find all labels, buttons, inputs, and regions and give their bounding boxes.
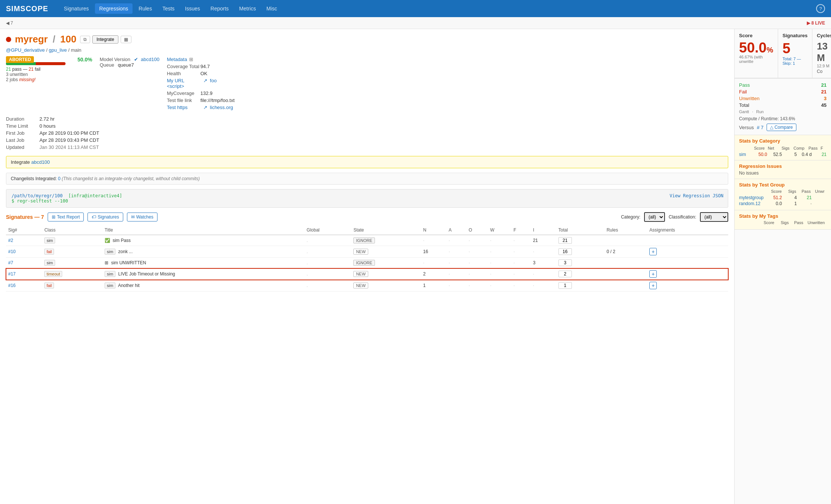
sigs-sub[interactable]: Total: 7 — Skip: 1	[783, 57, 808, 66]
mytags-title: Stats by My Tags	[739, 213, 827, 219]
nav-tests[interactable]: Tests	[158, 3, 179, 14]
sig-n: 1	[421, 280, 446, 291]
status-badge-area: ABORTED 21 pass — 21 fail 3 unwritten 2 …	[6, 57, 66, 82]
view-json-link[interactable]: View Regression JSON	[670, 193, 724, 198]
sig-class: timeout	[42, 268, 102, 280]
health-val: OK	[200, 71, 207, 76]
live-forward[interactable]: ▶ 8 LIVE	[807, 20, 825, 26]
table-row-highlighted: #17 timeout sim LIVE Job Timeout or Miss…	[6, 268, 728, 280]
signatures-button[interactable]: 🏷 Signatures	[87, 213, 123, 221]
reg-number: 100	[60, 34, 76, 45]
integrate-link[interactable]: abcd100	[31, 159, 50, 165]
my-url-val[interactable]: ↗ foo	[203, 78, 217, 89]
add-assignment-btn[interactable]: +	[649, 270, 657, 278]
gpu-derivative-link[interactable]: @GPU_derivative	[6, 47, 45, 53]
stats-by-category: Stats by Category Score Net Sigs Comp Pa…	[735, 135, 831, 160]
sig-f: ·	[511, 280, 531, 291]
add-assignment-btn[interactable]: +	[649, 282, 657, 289]
text-report-button[interactable]: ⊞ Text Report	[48, 213, 84, 221]
gantt-label[interactable]: Gantt	[739, 109, 749, 114]
nav-items: Signatures Regressions Rules Tests Issue…	[60, 3, 816, 14]
code-command: $ regr-selftest --100	[12, 198, 68, 204]
nav-regressions[interactable]: Regressions	[95, 3, 133, 14]
versus-label: Versus	[739, 125, 754, 130]
sig-state: NEW	[351, 280, 421, 291]
metadata-section: Metadata ⊞ Coverage Total 94.7 Health OK…	[167, 57, 241, 112]
sig-o: ·	[467, 258, 488, 268]
duration-val: 2.72 hr	[39, 116, 54, 122]
sig-num: #7	[6, 258, 42, 268]
sig-n: 2	[421, 268, 446, 280]
testgroup-row-2: random.12 0.0 1 ·	[739, 201, 827, 206]
sig-assignments: +	[647, 280, 728, 291]
test-https-link[interactable]: Test https	[167, 105, 200, 110]
copy-icon[interactable]: ⧉	[80, 36, 90, 43]
score-title: Score	[739, 33, 773, 38]
sig-num: #16	[6, 280, 42, 291]
sig-class: fail	[42, 246, 102, 258]
top-bar: ◀ 7 ▶ 8 LIVE	[0, 17, 831, 29]
watches-button[interactable]: ✉ Watches	[127, 213, 157, 221]
missing-jobs: 2 jobs missing!	[6, 77, 66, 82]
cat-sim-sigs: 5	[785, 152, 797, 157]
tg2-name[interactable]: random.12	[739, 201, 767, 206]
sig-state: IGNORE	[351, 235, 421, 246]
envelope-icon: ✉	[131, 214, 135, 220]
sig-rules	[604, 258, 647, 268]
compare-button[interactable]: △ Compare	[767, 124, 796, 131]
table-header: Sig# Class Title Global State N A O W F …	[6, 226, 728, 235]
classification-label: Classification:	[669, 214, 696, 220]
no-issues-label: No issues	[739, 170, 827, 176]
model-version-link[interactable]: abcd100	[141, 57, 159, 62]
integrate-banner: Integrate abcd100	[6, 156, 728, 168]
sigs-section: Signatures 5 Total: 7 — Skip: 1	[778, 29, 812, 78]
help-icon[interactable]: ?	[816, 4, 825, 13]
status-row: ABORTED 21 pass — 21 fail 3 unwritten 2 …	[6, 57, 728, 112]
sig-n: ·	[421, 235, 446, 246]
sig-num: #17	[6, 268, 42, 280]
sig-rules	[604, 235, 647, 246]
sig-w: ·	[488, 280, 511, 291]
nav-issues[interactable]: Issues	[181, 3, 204, 14]
nav-rules[interactable]: Rules	[134, 3, 156, 14]
nav-metrics[interactable]: Metrics	[235, 3, 260, 14]
nav-reports[interactable]: Reports	[206, 3, 233, 14]
stats-by-my-tags: Stats by My Tags Score Sigs Pass Unwritt…	[735, 210, 831, 230]
metadata-title: Metadata ⊞	[167, 57, 241, 62]
col-title: Title	[102, 226, 304, 235]
sig-global: .	[305, 235, 351, 246]
my-url-link[interactable]: My URL <script>	[167, 78, 200, 89]
sig-total	[556, 268, 604, 280]
sig-global: .	[305, 280, 351, 291]
category-label: Category:	[621, 214, 640, 220]
category-select[interactable]: (all)simlint	[644, 212, 665, 222]
chart-icon[interactable]: ▦	[121, 36, 131, 43]
sig-title: ✅ sim Pass	[102, 235, 304, 246]
content-area: myregr / 100 ⧉ Integrate ▦ @GPU_derivati…	[0, 29, 734, 504]
metadata-link[interactable]: Metadata	[167, 57, 187, 62]
test-https-val[interactable]: ↗ lichess.org	[203, 105, 233, 110]
versus-val[interactable]: # 7	[757, 125, 764, 130]
fail-val: 21	[821, 89, 827, 95]
integrate-button[interactable]: Integrate	[92, 35, 118, 44]
nav-misc[interactable]: Misc	[262, 3, 281, 14]
col-w: W	[488, 226, 511, 235]
cat-sim-name[interactable]: sim	[739, 152, 752, 157]
col-assignments: Assignments	[647, 226, 728, 235]
nav-signatures[interactable]: Signatures	[60, 3, 93, 14]
back-arrow[interactable]: ◀ 7	[6, 20, 13, 26]
add-assignment-btn[interactable]: +	[649, 248, 657, 255]
cycles-value: 13 M	[817, 41, 831, 64]
sig-w: ·	[488, 258, 511, 268]
tg1-name[interactable]: mytestgroup	[739, 195, 767, 200]
unwritten-label-rp: Unwritten	[739, 96, 760, 101]
gpu-live-link[interactable]: gpu_live	[49, 47, 67, 53]
sig-assignments	[647, 235, 728, 246]
classification-select[interactable]: (all)passfailtimeout	[700, 212, 728, 222]
sig-o: ·	[467, 280, 488, 291]
brand-logo: SIMSCOPE	[6, 4, 48, 13]
run-label[interactable]: Run	[756, 109, 764, 114]
sig-global: .	[305, 258, 351, 268]
sig-num: #2	[6, 235, 42, 246]
table-row: #7 sim ⊞ sim UNWRITTEN . IGNORE · · · · …	[6, 258, 728, 268]
